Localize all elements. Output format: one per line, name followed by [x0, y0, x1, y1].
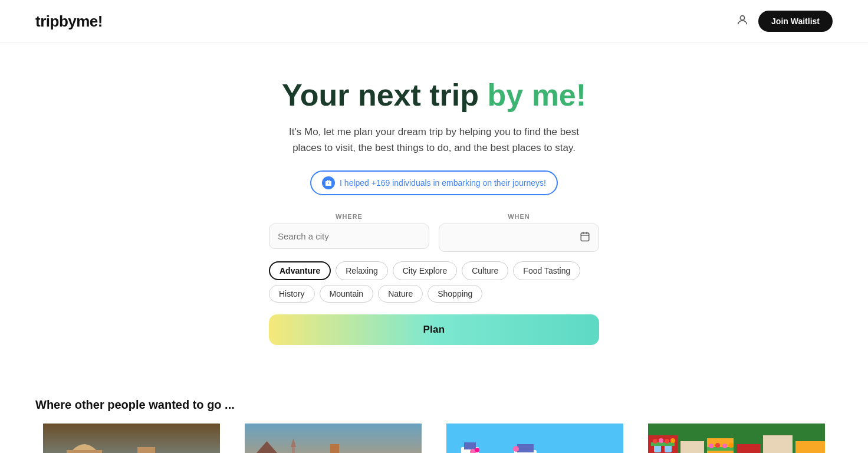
tag-history[interactable]: History: [269, 285, 315, 303]
hero-title-black: Your next trip: [282, 78, 488, 112]
svg-rect-53: [763, 435, 793, 453]
svg-rect-13: [137, 447, 155, 453]
when-input-wrapper[interactable]: [439, 224, 599, 252]
svg-rect-34: [464, 442, 476, 449]
svg-point-0: [740, 15, 744, 19]
hero-subtitle: It's Mo, let me plan your dream trip by …: [281, 124, 587, 156]
tag-mountain[interactable]: Mountain: [320, 285, 374, 303]
destination-card-greece[interactable]: Greece: [439, 424, 631, 453]
when-label: WHEN: [439, 213, 599, 220]
svg-point-44: [513, 446, 519, 452]
user-icon[interactable]: [736, 14, 749, 29]
svg-rect-28: [245, 424, 422, 453]
when-input[interactable]: [448, 232, 580, 242]
destinations-grid: Córdoba: [35, 424, 833, 453]
hero-section: Your next trip by me! It's Mo, let me pl…: [0, 43, 868, 369]
svg-point-62: [665, 439, 669, 444]
navbar: tripbyme! Join Waitlist: [0, 0, 868, 43]
svg-point-66: [715, 443, 720, 448]
helped-badge: I helped +169 individuals in embarking o…: [310, 170, 558, 195]
plan-button[interactable]: Plan: [269, 314, 599, 345]
svg-rect-50: [680, 441, 704, 453]
tags-container: AdvantureRelaxingCity ExploreCultureFood…: [269, 261, 599, 303]
where-input-wrapper[interactable]: [269, 224, 429, 249]
svg-rect-5: [43, 424, 220, 453]
where-label: WHERE: [269, 213, 429, 220]
calendar-icon: [580, 231, 590, 244]
destinations-section: Where other people wanted to go ...: [0, 369, 868, 453]
destination-card-zurich[interactable]: Zurich: [237, 424, 429, 453]
svg-point-43: [475, 448, 479, 452]
tag-food-tasting[interactable]: Food Tasting: [513, 261, 580, 280]
svg-rect-38: [517, 444, 534, 452]
svg-rect-52: [737, 444, 760, 453]
where-field-group: WHERE: [269, 213, 429, 252]
tag-relaxing[interactable]: Relaxing: [336, 261, 387, 280]
hero-title-green: by me!: [488, 78, 587, 112]
svg-point-60: [653, 439, 657, 444]
svg-point-67: [722, 444, 727, 448]
svg-rect-1: [581, 233, 589, 241]
tag-culture[interactable]: Culture: [462, 261, 508, 280]
search-fields: WHERE WHEN: [269, 213, 599, 252]
hero-title: Your next trip by me!: [12, 78, 856, 112]
tag-shopping[interactable]: Shopping: [428, 285, 482, 303]
svg-point-63: [670, 438, 675, 443]
helped-text: I helped +169 individuals in embarking o…: [340, 178, 546, 188]
destination-card-ova[interactable]: …ova: [640, 424, 833, 453]
badge-icon: [322, 176, 335, 189]
nav-right: Join Waitlist: [736, 11, 833, 32]
svg-point-68: [729, 443, 734, 448]
logo: tripbyme!: [35, 12, 103, 31]
where-input[interactable]: [278, 231, 420, 241]
svg-point-65: [709, 444, 714, 448]
destination-card-crdoba[interactable]: Córdoba: [35, 424, 228, 453]
svg-rect-54: [795, 441, 825, 453]
tag-advanture[interactable]: Advanture: [269, 261, 331, 280]
svg-rect-8: [67, 450, 102, 453]
join-waitlist-button[interactable]: Join Waitlist: [758, 11, 833, 32]
when-field-group: WHEN: [439, 213, 599, 252]
tag-nature[interactable]: Nature: [378, 285, 423, 303]
destinations-title: Where other people wanted to go ...: [35, 398, 833, 412]
svg-point-61: [659, 438, 663, 443]
tag-city-explore[interactable]: City Explore: [393, 261, 457, 280]
search-panel: WHERE WHEN Advanture: [257, 213, 611, 345]
